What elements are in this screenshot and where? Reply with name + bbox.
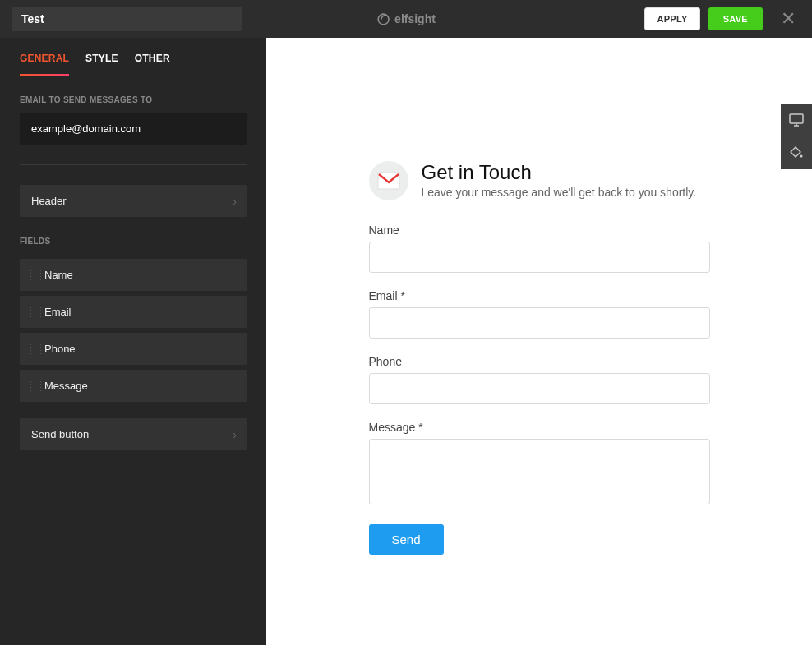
message-textarea[interactable] <box>369 439 710 504</box>
field-row-message[interactable]: ⋮⋮⋮⋮ Message <box>20 370 247 402</box>
svg-rect-2 <box>790 114 803 123</box>
field-row-email[interactable]: ⋮⋮⋮⋮ Email <box>20 296 247 328</box>
field-row-name[interactable]: ⋮⋮⋮⋮ Name <box>20 259 247 291</box>
form-subtitle: Leave your message and we'll get back to… <box>422 186 697 199</box>
email-input[interactable] <box>369 307 710 339</box>
preview-pane: Get in Touch Leave your message and we'l… <box>266 38 812 645</box>
drag-handle-icon[interactable]: ⋮⋮⋮⋮ <box>26 346 46 352</box>
divider <box>20 164 247 165</box>
chevron-right-icon: › <box>233 195 237 208</box>
paint-bucket-icon <box>790 146 803 159</box>
name-label: Name <box>369 223 710 237</box>
send-button[interactable]: Send <box>369 524 444 555</box>
theme-button[interactable] <box>781 136 812 169</box>
close-icon[interactable]: ✕ <box>771 8 800 30</box>
apply-button[interactable]: APPLY <box>644 7 699 30</box>
drag-handle-icon[interactable]: ⋮⋮⋮⋮ <box>26 309 46 316</box>
settings-sidebar: GENERAL STYLE OTHER EMAIL TO SEND MESSAG… <box>0 38 266 645</box>
send-button-settings-row[interactable]: Send button › <box>20 418 247 450</box>
field-label: Email <box>44 306 72 318</box>
email-label: Email * <box>369 289 710 302</box>
tab-general[interactable]: GENERAL <box>20 53 69 76</box>
brand-logo: elfsight <box>376 12 436 26</box>
phone-label: Phone <box>369 355 710 368</box>
contact-form: Get in Touch Leave your message and we'l… <box>369 161 710 645</box>
header-row-label: Header <box>31 195 67 207</box>
drag-handle-icon[interactable]: ⋮⋮⋮⋮ <box>26 383 46 389</box>
phone-input[interactable] <box>369 373 710 404</box>
name-input[interactable] <box>369 242 710 273</box>
field-label: Phone <box>44 343 76 355</box>
field-label: Message <box>44 380 88 392</box>
form-title: Get in Touch <box>422 161 697 184</box>
drag-handle-icon[interactable]: ⋮⋮⋮⋮ <box>26 272 46 279</box>
brand-icon <box>376 12 390 26</box>
tab-style[interactable]: STYLE <box>85 53 118 76</box>
svg-point-5 <box>800 154 802 157</box>
chevron-right-icon: › <box>233 428 237 441</box>
desktop-preview-button[interactable] <box>781 104 812 136</box>
header-settings-row[interactable]: Header › <box>20 185 247 217</box>
email-section-label: EMAIL TO SEND MESSAGES TO <box>0 76 266 113</box>
mail-icon <box>369 161 408 200</box>
save-button[interactable]: SAVE <box>708 7 763 30</box>
settings-tabs: GENERAL STYLE OTHER <box>0 38 266 76</box>
widget-title-input[interactable] <box>12 7 242 31</box>
brand-text: elfsight <box>394 12 436 25</box>
email-to-input[interactable] <box>20 113 247 145</box>
top-bar: elfsight APPLY SAVE ✕ <box>0 0 812 38</box>
desktop-icon <box>789 113 804 127</box>
fields-section-label: FIELDS <box>0 217 266 254</box>
send-button-row-label: Send button <box>31 428 89 440</box>
message-label: Message * <box>369 421 710 434</box>
right-toolbar <box>781 104 812 169</box>
tab-other[interactable]: OTHER <box>135 53 170 76</box>
field-row-phone[interactable]: ⋮⋮⋮⋮ Phone <box>20 333 247 365</box>
field-label: Name <box>44 269 73 281</box>
